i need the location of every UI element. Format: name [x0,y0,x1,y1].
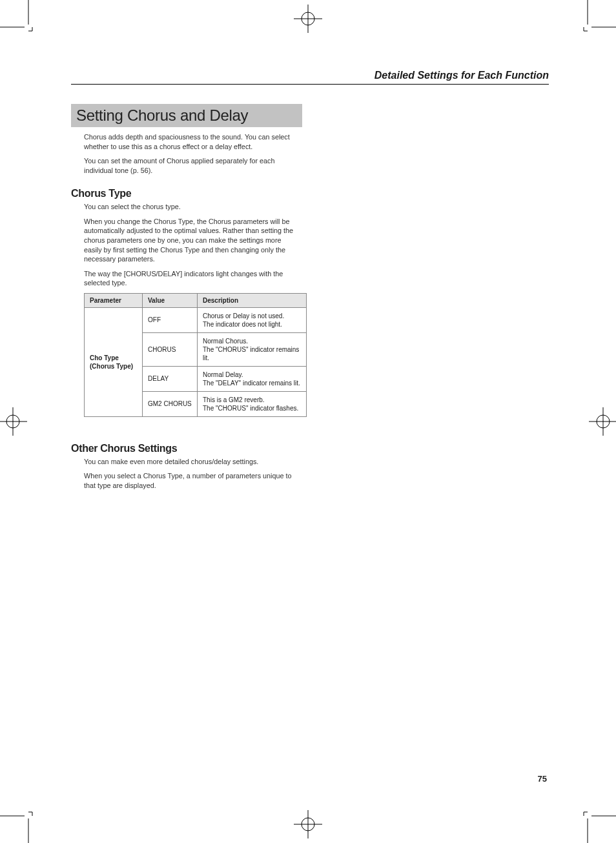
value-cell: CHORUS [143,332,198,366]
page-number: 75 [538,774,547,784]
body-paragraph: When you change the Chorus Type, the Cho… [71,217,294,264]
page-header: Detailed Settings for Each Function [71,70,549,81]
section-heading: Setting Chorus and Delay [71,104,302,127]
body-paragraph: The way the [CHORUS/DELAY] indicators li… [71,269,294,288]
body-paragraph: Chorus adds depth and spaciousness to th… [71,132,294,151]
body-paragraph: You can set the amount of Chorus applied… [71,156,294,175]
table-header: Parameter [85,293,143,307]
table-header: Description [198,293,307,307]
table-header-row: Parameter Value Description [85,293,307,307]
description-cell: This is a GM2 reverb.The "CHORUS" indica… [198,391,307,416]
table-row: Cho Type(Chorus Type) OFF Chorus or Dela… [85,307,307,332]
value-cell: GM2 CHORUS [143,391,198,416]
description-cell: Normal Chorus.The "CHORUS" indicator rem… [198,332,307,366]
description-cell: Chorus or Delay is not used.The indicato… [198,307,307,332]
table-header: Value [143,293,198,307]
parameter-table: Parameter Value Description Cho Type(Cho… [84,293,307,417]
body-paragraph: You can make even more detailed chorus/d… [71,457,294,467]
header-rule: Detailed Settings for Each Function [71,70,549,85]
body-paragraph: When you select a Chorus Type, a number … [71,471,294,490]
value-cell: DELAY [143,366,198,391]
description-cell: Normal Delay.The "DELAY" indicator remai… [198,366,307,391]
parameter-name-cell: Cho Type(Chorus Type) [85,307,143,416]
subsection-heading: Other Chorus Settings [71,443,549,454]
value-cell: OFF [143,307,198,332]
page-content: Detailed Settings for Each Function Sett… [71,70,549,495]
subsection-heading: Chorus Type [71,188,549,199]
body-paragraph: You can select the chorus type. [71,202,294,212]
